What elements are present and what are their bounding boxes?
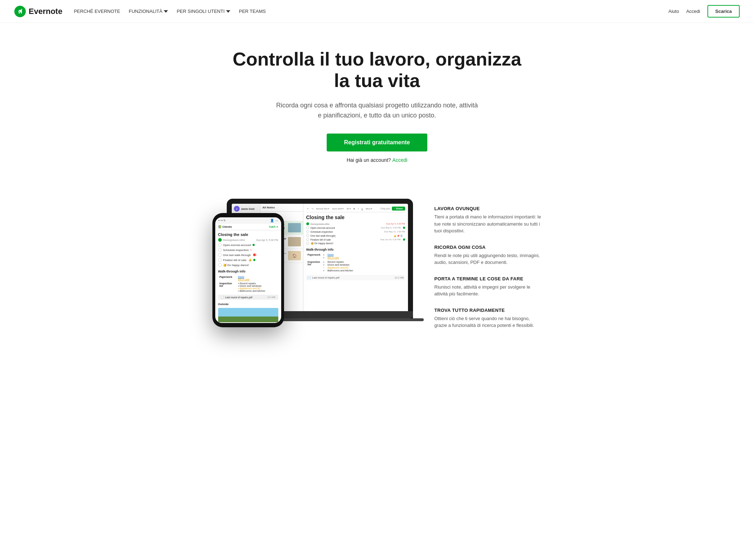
phone-table: Paperwork Deed Bill of sale Inspection l… [218,275,278,293]
navbar: Evernote PERCHÉ EVERNOTE FUNZIONALITÀ PE… [0,0,754,23]
nav-links: PERCHÉ EVERNOTE FUNZIONALITÀ PER SINGOLI… [74,9,266,14]
chevron-down-icon [226,9,230,14]
share-button[interactable]: ↑ Share [392,207,405,211]
phone-inspection-label: Inspection list [219,282,237,293]
nav-right: Aiuto Accedi Scarica [668,5,740,18]
phone-task-1-cb[interactable] [218,238,222,242]
paperwork-items: Deed Bill of sale [322,253,405,260]
task-6-checkbox[interactable] [306,242,309,245]
logo[interactable]: Evernote [14,6,62,17]
editor-title: Closing the sale [306,214,405,220]
feature-4: TROVA TUTTO RAPIDAMENTE Ottieni ciò che … [434,308,542,329]
phone-task-3: Schedule-inspection 5 [218,248,278,252]
phone-paperwork-label: Paperwork [219,275,237,281]
nav-link-funzionalita[interactable]: FUNZIONALITÀ [129,9,168,14]
feature-2-desc: Rendi le note più utili aggiungendo test… [434,252,542,266]
toolbar-size[interactable]: 30 ▾ [346,207,351,210]
phone-pdf-size: 13.2 MB [267,296,275,298]
task-3-checkbox[interactable] [306,230,309,233]
toolbar-font[interactable]: Normal Text ▾ [316,207,330,210]
feature-2: RICORDA OGNI COSA Rendi le note più util… [434,245,542,266]
phone-topbar: ↩ ↪ ↻ 👤 ··· [215,217,281,224]
only-you-label: Only you [380,207,390,210]
phone-task-3-cb[interactable] [218,248,222,252]
task-5-checkbox[interactable] [306,238,309,241]
task-1-due: Due Apr 5, 5:30 PM [386,223,405,225]
note-thumb-1 [288,223,301,232]
hero-section: Controlla il tuo lavoro, organizza la tu… [216,23,538,177]
phone-task-2-cb[interactable] [218,243,222,247]
login-link[interactable]: Accedi [686,9,700,14]
toolbar-undo[interactable]: ↩ [306,207,309,210]
inspection-item-2: Doors and windows [327,264,403,266]
pdf-size: 13.2 MB [394,276,404,279]
phone-task-2-label: Open-escrow-account [223,243,251,247]
phone-tasks: Renogotiare offer Due Apr 5, 5:30 PM Ope… [215,238,281,267]
nav-link-singoli[interactable]: PER SINGOLI UTENTI [177,9,230,14]
help-link[interactable]: Aiuto [668,9,679,14]
editor-toolbar: ↩ ↪ Normal Text ▾ Sans Serif ▾ 30 ▾ B I … [306,207,405,212]
feature-1-title: LAVORA OVUNQUE [434,206,542,211]
phone-inspection-items: • Recent repairs • Doors and windows • A… [237,282,278,293]
feature-1-desc: Tieni a portata di mano le informazioni … [434,213,542,235]
task-3: Schedule-inspection Due May 21, 2:30 PM [306,230,405,233]
editor-panel: ↩ ↪ Normal Text ▾ Sans Serif ▾ 30 ▾ B I … [303,204,408,318]
feature-3: PORTA A TERMINE LE COSE DA FARE Riunisci… [434,276,542,298]
toolbar-sans[interactable]: Sans Serif ▾ [331,207,344,210]
nav-link-perche[interactable]: PERCHÉ EVERNOTE [74,9,120,14]
phone-yuki-label: YukiT. ▾ [269,226,278,228]
phone-pdf[interactable]: 📄 Last round of repairs.pdf 13.2 MB [218,295,278,300]
toolbar-italic[interactable]: I [357,207,359,210]
phone-task-4-cb[interactable] [218,253,222,257]
pdf-attachment[interactable]: 📄 Last round of repairs.pdf 13.2 MB [306,275,405,280]
phone-task-4-label: One last walk-through [223,254,251,257]
task-1-label: Renegotiate offer [311,223,330,225]
task-1: Renegotiate offer Due Apr 5, 5:30 PM [306,222,405,225]
paperwork-item-2: Bill of sale [327,256,403,259]
toolbar-more[interactable]: More ▾ [365,207,373,210]
product-section: J Jamie Gold 🔍 Search + New All Notes Al… [144,177,610,385]
phone-task-5-cb[interactable] [218,258,222,262]
user-name: Jamie Gold [241,208,255,210]
phone-table-row-paperwork: Paperwork Deed Bill of sale [219,275,278,281]
phone-task-5-label: Finalize bill of sale [223,259,246,262]
phone-bill-link[interactable]: Bill of sale [238,278,250,281]
paperwork-item-1: Deed [327,254,403,256]
task-2-due: Due May 6, 4:30 PM [381,227,401,229]
toolbar-redo[interactable]: ↪ [311,207,314,210]
phone-ui: ↩ ↪ ↻ 👤 ··· 📗 Clients YukiT. ▾ Closing t… [215,217,281,322]
avatar: J [234,206,240,212]
nav-link-teams[interactable]: PER TEAMS [239,9,266,14]
task-3-label: Schedule-inspection [311,231,333,233]
download-button[interactable]: Scarica [707,5,740,18]
task-5-label: Finalize bill of sale [311,238,331,241]
toolbar-bold[interactable]: B [353,207,356,210]
task-6-label: 🥳 Do happy dance! [311,242,333,245]
hero-login-link[interactable]: Accedi [392,157,407,163]
phone-deed-link[interactable]: Deed [238,276,244,278]
phone-topbar-left: ↩ ↪ ↻ [218,219,226,222]
feature-3-title: PORTA A TERMINE LE COSE DA FARE [434,276,542,281]
task-4-checkbox[interactable] [306,234,309,237]
task-5: Finalize bill of sale Due Jun 24, 5:30 P… [306,238,405,241]
task-2-checkbox[interactable] [306,226,309,229]
phone-task-5-badge: 🔔 [249,259,252,261]
inspection-item-3: Appliances and AC [327,266,403,269]
toolbar-underline[interactable]: U [361,207,364,210]
phone-task-1-label: Renogotiare offer [223,238,245,242]
note-thumb-3: 🏠 [288,251,301,260]
phone-mockup: ↩ ↪ ↻ 👤 ··· 📗 Clients YukiT. ▾ Closing t… [212,213,284,327]
task-4: One last walk-through| 🔔 📌 🗑️ ··· [306,234,405,237]
task-1-checkbox[interactable] [306,222,309,225]
phone-task-1-due: Due Apr 5, 5:30 PM [256,239,278,241]
task-4-icons: 🔔 📌 🗑️ ··· [394,235,405,237]
phone-task-5: Finalize bill of sale 🔔 [218,258,278,262]
phone-task-6: 🥳 Do happy dance! [218,263,278,267]
register-button[interactable]: Registrati gratuitamente [327,134,427,151]
phone-table-row-inspection: Inspection list • Recent repairs • Doors… [219,282,278,293]
phone-task-6-cb[interactable] [218,263,222,267]
devices-container: J Jamie Gold 🔍 Search + New All Notes Al… [212,192,413,356]
task-6: 🥳 Do happy dance! [306,242,405,245]
pdf-name: Last round of repairs.pdf [312,276,340,279]
phone-task-3-badge: 5 [250,249,251,251]
